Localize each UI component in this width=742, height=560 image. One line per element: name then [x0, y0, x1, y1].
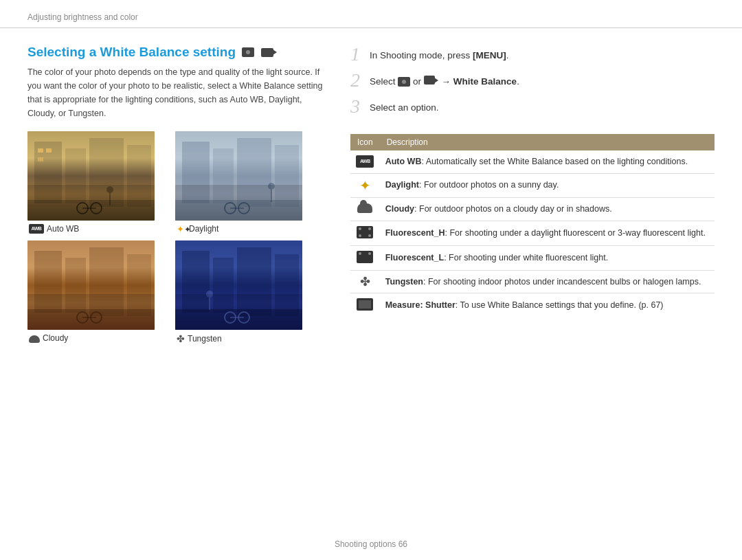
svg-point-43: [206, 291, 213, 298]
camera-icon: [242, 47, 254, 57]
table-row: ✦ Daylight: For outdoor photos on a sunn…: [350, 173, 715, 197]
desc-cell-daylight: Daylight: For outdoor photos on a sunny …: [380, 173, 715, 197]
table-row: Fluorescent_H: For shooting under a dayl…: [350, 221, 715, 245]
table-row: AWB Auto WB: Automatically set the White…: [350, 150, 715, 173]
desc-cell-autowb: Auto WB: Automatically set the White Bal…: [380, 150, 715, 173]
main-content: Selecting a White Balance setting The co…: [0, 28, 742, 534]
photo-autowb: [27, 131, 155, 221]
svg-rect-3: [89, 138, 124, 207]
svg-point-10: [91, 203, 102, 214]
photo-cell-daylight: ✦ Daylight: [175, 131, 323, 240]
desc-cell-fluorL: Fluorescent_L: For shooting under white …: [380, 245, 715, 270]
svg-rect-2: [65, 148, 86, 203]
photo-cell-autowb: AWB Auto WB: [27, 131, 175, 240]
svg-point-23: [268, 183, 275, 190]
svg-rect-28: [89, 247, 124, 316]
table-row: Measure: Shutter: To use White Balance s…: [350, 293, 715, 318]
step-text-2: Select or → White Balance.: [370, 71, 519, 89]
svg-rect-4: [127, 145, 151, 207]
fluorH-row-icon: [357, 226, 373, 238]
svg-rect-38: [275, 254, 299, 316]
svg-rect-7: [38, 157, 43, 161]
cloud-row-icon: [357, 203, 372, 213]
video-icon: [261, 48, 273, 57]
svg-point-31: [77, 312, 88, 323]
step-3: 3 Select an option.: [350, 97, 715, 116]
desc-cell-cloudy: Cloudy: For outdoor photos on a cloudy d…: [380, 197, 715, 221]
svg-point-20: [225, 203, 236, 214]
menu-keyword: [MENU]: [473, 50, 506, 60]
image-grid: AWB Auto WB: [27, 131, 323, 351]
svg-rect-18: [275, 145, 299, 207]
icon-cell-daylight: ✦: [350, 173, 380, 197]
svg-rect-8: [27, 200, 155, 221]
icon-cell-fluorL: [350, 245, 380, 270]
table-row: Cloudy: For outdoor photos on a cloudy d…: [350, 197, 715, 221]
video-inline-wrap: [424, 76, 439, 85]
icon-cell-cloudy: [350, 197, 380, 221]
cloud-icon: [29, 335, 40, 343]
left-column: Selecting a White Balance setting The co…: [27, 45, 323, 520]
photo-label-tungsten: ✤ Tungsten: [175, 333, 317, 344]
step-num-2: 2: [350, 71, 366, 90]
or-text: or: [413, 76, 424, 87]
svg-rect-36: [213, 258, 234, 313]
svg-point-40: [225, 312, 236, 323]
video-arrow-icon: [434, 78, 438, 83]
arrow-text: →: [442, 76, 453, 87]
table-row: Fluorescent_L: For shooting under white …: [350, 245, 715, 270]
step-2: 2 Select or → White Balance.: [350, 71, 715, 90]
step-num-3: 3: [350, 97, 366, 116]
table-header-row: Icon Description: [350, 134, 715, 150]
tungsten-row-icon: ✤: [360, 276, 370, 288]
svg-point-12: [106, 186, 113, 193]
svg-rect-35: [182, 251, 210, 313]
photo-cell-tungsten: ✤ Tungsten: [175, 240, 323, 351]
step-text-3: Select an option.: [370, 97, 439, 115]
white-balance-keyword: White Balance: [453, 76, 517, 87]
svg-rect-29: [127, 254, 151, 316]
description-column-header: Description: [380, 134, 715, 150]
icon-cell-autowb: AWB: [350, 150, 380, 173]
svg-point-21: [238, 203, 249, 214]
photo-label-autowb: AWB Auto WB: [27, 224, 170, 234]
photo-cloudy: [27, 240, 155, 330]
svg-rect-37: [237, 247, 271, 316]
section-description: The color of your photo depends on the t…: [27, 65, 323, 120]
photo-daylight: [175, 131, 302, 221]
step-text-1: In Shooting mode, press [MENU].: [370, 45, 509, 63]
icon-cell-measure: [350, 293, 380, 318]
desc-cell-measure: Measure: Shutter: To use White Balance s…: [380, 293, 715, 318]
svg-point-9: [77, 203, 88, 214]
desc-cell-tungsten: Tungsten: For shooting indoor photos und…: [380, 270, 715, 293]
section-title: Selecting a White Balance setting: [27, 45, 323, 60]
camera-inline-icon: [398, 77, 410, 87]
sun-icon: ✦: [177, 224, 186, 234]
video-inline-icon: [424, 76, 435, 85]
measure-row-icon: [357, 298, 373, 311]
svg-rect-17: [237, 138, 271, 207]
table-row: ✤ Tungsten: For shooting indoor photos u…: [350, 270, 715, 293]
breadcrumb: Adjusting brightness and color: [0, 0, 742, 28]
photo-label-daylight: ✦ Daylight: [175, 224, 317, 234]
tungsten-icon: ✤: [177, 333, 185, 344]
svg-rect-30: [27, 309, 155, 330]
svg-rect-5: [38, 148, 43, 153]
icon-column-header: Icon: [350, 134, 380, 150]
autowb-row-icon: AWB: [356, 155, 374, 168]
svg-rect-26: [34, 251, 62, 313]
sun-row-icon: ✦: [359, 179, 371, 192]
wb-options-table: Icon Description AWB Auto WB: Automatica…: [350, 134, 715, 317]
right-column: 1 In Shooting mode, press [MENU]. 2 Sele…: [350, 45, 715, 520]
svg-rect-16: [213, 148, 234, 203]
step-1: 1 In Shooting mode, press [MENU].: [350, 45, 715, 64]
page: Adjusting brightness and color Selecting…: [0, 0, 742, 560]
photo-tungsten: [175, 240, 302, 330]
svg-rect-27: [65, 258, 86, 313]
svg-rect-6: [46, 148, 52, 153]
svg-point-32: [91, 312, 102, 323]
fluorL-row-icon: [357, 251, 373, 263]
svg-point-41: [238, 312, 249, 323]
svg-rect-39: [175, 309, 302, 330]
icon-cell-fluorH: [350, 221, 380, 245]
